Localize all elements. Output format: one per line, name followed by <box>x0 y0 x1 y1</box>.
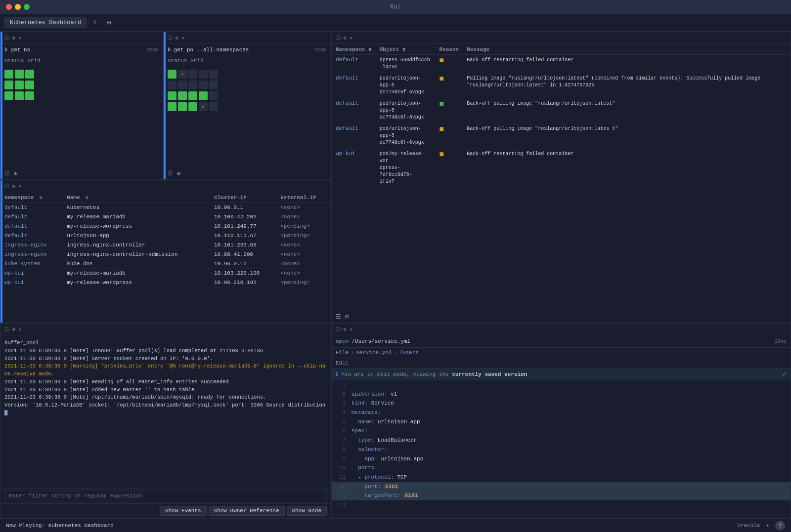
show-events-button[interactable]: Show Events <box>160 506 207 516</box>
event-namespace: default <box>332 73 376 98</box>
grid-row <box>168 91 327 100</box>
line-content: app: urltojson-app <box>352 454 423 464</box>
grid-cell <box>178 102 187 111</box>
bottom-bar: Now Playing: Kubernetes Dashboard Dracul… <box>0 518 791 532</box>
yaml-info-icon[interactable]: ⓘ <box>336 326 341 333</box>
table-row[interactable]: ingress-nginx ingress-nginx-controller-a… <box>0 250 331 259</box>
panel2-footer: ☰ ⊞ <box>164 168 331 179</box>
grid-cell <box>188 91 197 100</box>
terminal-info-icon[interactable]: ⓘ <box>4 326 9 333</box>
yaml-key: targetPort: <box>364 492 400 498</box>
yaml-settings-icon[interactable]: ⚙ <box>344 327 347 332</box>
sort-icon[interactable]: ⇅ <box>39 195 43 201</box>
line-content: apiVersion: v1 <box>352 390 397 399</box>
table-row[interactable]: default pod/urltojson-app-5dc7748c6f-6vp… <box>332 73 791 98</box>
svc-clusterip: 10.98.41.200 <box>210 250 276 259</box>
panel2-accent <box>164 32 166 179</box>
grid-cell <box>168 81 176 89</box>
table-row[interactable]: default my-release-wordpress 10.101.249.… <box>0 222 331 231</box>
yaml-key: kind: <box>352 400 368 406</box>
yaml-expand-icon[interactable]: ⤢ <box>782 371 787 377</box>
list-view-icon[interactable]: ☰ <box>4 170 10 177</box>
list-view-icon[interactable]: ☰ <box>336 313 341 321</box>
table-row[interactable]: ingress-nginx ingress-nginx-controller 1… <box>0 241 331 250</box>
table-row[interactable]: default dpress-568ddfcccb-lqcvc ■ Back-o… <box>332 55 791 73</box>
table-row[interactable]: default my-release-mariadb 10.100.42.202… <box>0 212 331 222</box>
minimize-button[interactable] <box>15 4 21 10</box>
svc-name: my-release-mariadb <box>63 269 210 278</box>
line-num: 6 <box>334 426 346 436</box>
yaml-line: 12 port: 8181 <box>332 482 791 491</box>
terminal-close-icon[interactable]: ✕ <box>18 327 21 332</box>
terminal-settings-icon[interactable]: ⚙ <box>12 327 15 332</box>
table-row[interactable]: wp-kui my-release-mariadb 10.103.228.100… <box>0 269 331 278</box>
svc-clusterip: 10.101.253.66 <box>210 241 276 250</box>
yaml-path: /Users/service.yml <box>352 338 410 344</box>
events-scroll: Namespace ⇅ Object ⇅ Reason Message defa… <box>332 44 791 311</box>
table-row[interactable]: kube-system kube-dns 10.96.0.10 <none> <box>0 259 331 269</box>
maximize-button[interactable] <box>24 4 30 10</box>
terminal-line: 2021-11-03 6:39:36 0 [Warning] 'proxies_… <box>4 363 327 378</box>
grid-view-icon[interactable]: ⊞ <box>345 313 349 321</box>
services-close-icon[interactable]: ✕ <box>18 183 21 189</box>
panel1-info-icon[interactable]: ⓘ <box>4 35 9 41</box>
show-node-button[interactable]: Show Node <box>287 506 327 516</box>
panel2-cmdline: k get po --all-namespaces 52ms <box>164 44 331 56</box>
table-row[interactable]: wp-kui pod/my-release-wordpress-7df8cc8d… <box>332 149 791 188</box>
grid-cell <box>15 81 24 89</box>
events-info-icon[interactable]: ⓘ <box>336 35 341 41</box>
panel2-grid: ✕ ✕ <box>164 66 331 115</box>
yaml-close-icon[interactable]: ✕ <box>350 327 352 332</box>
grid-view-icon[interactable]: ⊞ <box>14 170 17 177</box>
sort-icon[interactable]: ⇅ <box>402 46 406 52</box>
services-settings-icon[interactable]: ⚙ <box>12 183 15 189</box>
info-bold-text: currently saved version <box>452 371 527 377</box>
panel1-controls: ⓘ ⚙ ✕ <box>4 35 21 41</box>
yaml-key: port: <box>364 484 381 490</box>
breadcrumb-sep: › <box>351 350 354 356</box>
window-title: Kui <box>390 3 401 10</box>
panel1-grid-label: Status Grid <box>0 56 163 66</box>
panel-get-ns: ⓘ ⚙ ✕ k get ns 25ms Status Grid <box>0 32 163 180</box>
table-row[interactable]: default pod/urltojson-app-5dc7748c6f-6vp… <box>332 98 791 123</box>
split-tab-button[interactable]: ⊞ <box>103 17 115 29</box>
panel1-cmd: get ns <box>11 47 144 53</box>
grid-view-icon[interactable]: ⊞ <box>177 170 180 177</box>
panel2-controls: ⓘ ⚙ ✕ <box>168 35 184 41</box>
table-row[interactable]: default pod/urltojson-app-5dc7748c6f-6vp… <box>332 123 791 149</box>
line-num: 8 <box>334 445 346 454</box>
line-content: spec: <box>352 426 368 436</box>
yaml-key: app: <box>364 456 377 462</box>
help-button[interactable]: ? <box>775 521 785 531</box>
new-tab-button[interactable]: + <box>89 17 101 29</box>
line-content: metadata: <box>352 408 381 417</box>
yaml-line: 2 apiVersion: v1 <box>332 390 791 399</box>
terminal-actions: Show Events Show Owner Reference Show No… <box>0 503 331 518</box>
panel-get-po: ⓘ ⚙ ✕ k get po --all-namespaces 52ms Sta… <box>163 32 331 180</box>
list-view-icon[interactable]: ☰ <box>168 170 173 177</box>
theme-label: Dracula <box>737 523 760 529</box>
sort-icon[interactable]: ⇅ <box>85 195 88 201</box>
show-owner-reference-button[interactable]: Show Owner Reference <box>209 506 285 516</box>
panel1-close-icon[interactable]: ✕ <box>18 35 21 41</box>
panel2-close-icon[interactable]: ✕ <box>181 35 184 41</box>
table-row[interactable]: wp-kui my-release-wordpress 10.96.210.19… <box>0 278 331 287</box>
yaml-key: spec: <box>352 428 368 434</box>
panel2-info-icon[interactable]: ⓘ <box>168 35 173 41</box>
panel1-settings-icon[interactable]: ⚙ <box>12 35 15 41</box>
close-button[interactable] <box>6 4 12 10</box>
services-info-icon[interactable]: ⓘ <box>4 183 9 190</box>
table-row[interactable]: default urltojson-app 10.110.111.67 <pen… <box>0 231 331 241</box>
tab-kubernetes-dashboard[interactable]: Kubernetes Dashboard <box>4 17 87 28</box>
panel2-settings-icon[interactable]: ⚙ <box>176 35 178 41</box>
events-settings-icon[interactable]: ⚙ <box>344 35 347 41</box>
now-playing: Now Playing: Kubernetes Dashboard <box>6 523 114 529</box>
events-close-icon[interactable]: ✕ <box>350 35 352 41</box>
filter-input[interactable] <box>4 491 327 501</box>
sort-icon[interactable]: ⇅ <box>368 46 372 52</box>
theme-chevron-icon[interactable]: ▾ <box>766 522 769 529</box>
services-controls: ⓘ ⚙ ✕ <box>4 183 21 190</box>
grid-cell <box>15 70 24 79</box>
yaml-val: TCP <box>394 474 407 480</box>
table-row[interactable]: default kubernetes 10.96.0.1 <none> <box>0 203 331 212</box>
